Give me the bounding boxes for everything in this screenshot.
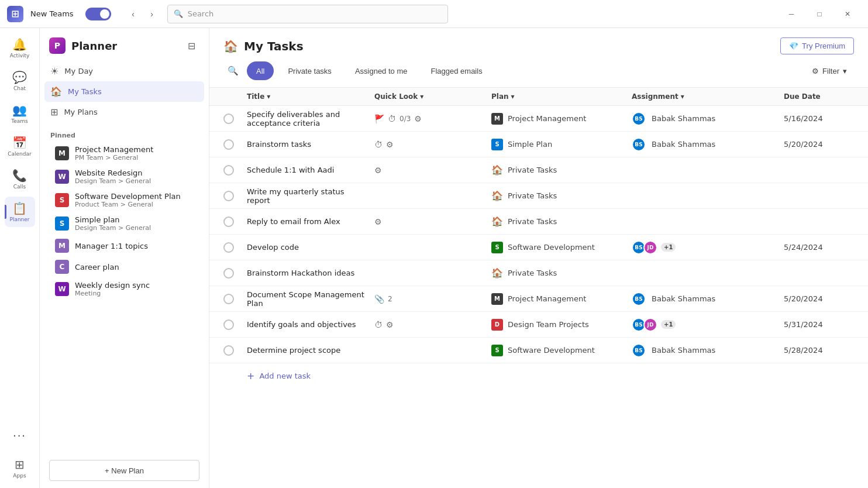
task-checkbox-4[interactable] — [223, 191, 234, 201]
col-plan[interactable]: Plan ▾ — [491, 92, 632, 101]
tab-all[interactable]: All — [247, 61, 274, 80]
settings-icon: ⚙ — [386, 140, 394, 149]
window-controls: ─ □ ✕ — [778, 5, 861, 23]
due-date-2: 5/20/2024 — [784, 140, 854, 149]
rail-item-chat[interactable]: 💬 Chat — [5, 66, 35, 96]
col-assignment[interactable]: Assignment ▾ — [632, 92, 784, 101]
new-teams-toggle[interactable] — [85, 8, 111, 20]
my-tasks-icon: 🏠 — [50, 86, 62, 97]
rail-item-teams[interactable]: 👥 Teams — [5, 98, 35, 129]
app-name: New Teams — [30, 9, 74, 18]
rail-item-planner[interactable]: 📋 Planner — [5, 197, 35, 227]
search-bar[interactable]: 🔍 Search — [167, 5, 448, 23]
task-checkbox-6[interactable] — [223, 242, 234, 253]
sidebar-item-my-tasks[interactable]: 🏠 My Tasks — [44, 81, 204, 102]
maximize-button[interactable]: □ — [806, 5, 833, 23]
close-button[interactable]: ✕ — [834, 5, 861, 23]
table-header: Title ▾ Quick Look ▾ Plan ▾ Assignment ▾… — [209, 88, 868, 106]
task-checkbox-5[interactable] — [223, 216, 234, 227]
col-quicklook[interactable]: Quick Look ▾ — [374, 92, 491, 101]
plan-icon-wds: W — [55, 282, 69, 296]
main-content: 🏠 My Tasks 💎 Try Premium 🔍 All Private t… — [209, 28, 868, 488]
private-icon-5: 🏠 — [491, 216, 503, 227]
apps-icon: ⊞ — [15, 458, 25, 472]
plan-icon-6: S — [491, 242, 503, 253]
assignee-name-1: Babak Shammas — [652, 114, 715, 123]
tab-flagged-emails[interactable]: Flagged emails — [421, 61, 491, 80]
plan-item-sp[interactable]: S Simple plan Design Team > General — [44, 212, 204, 235]
sidebar-item-my-plans[interactable]: ⊞ My Plans — [44, 102, 204, 122]
checklist-count: 0/3 — [399, 115, 411, 123]
attach-icon: 📎 — [374, 294, 384, 304]
plan-item-wr[interactable]: W Website Redesign Design Team > General — [44, 165, 204, 188]
col-title[interactable]: Title ▾ — [247, 92, 374, 101]
plan-cell-8: M Project Management — [491, 293, 632, 305]
table-row[interactable]: Schedule 1:1 with Aadi ⚙ 🏠 Private Tasks — [209, 157, 868, 183]
rail-item-more[interactable]: ··· — [5, 420, 35, 451]
new-plan-button[interactable]: + New Plan — [49, 460, 199, 481]
my-tasks-label: My Tasks — [68, 87, 102, 96]
filter-chevron-icon: ▾ — [843, 67, 847, 75]
due-date-1: 5/16/2024 — [784, 114, 854, 123]
try-premium-button[interactable]: 💎 Try Premium — [780, 37, 854, 54]
table-row[interactable]: Brainstorm tasks ⏱ ⚙ S Simple Plan BS Ba… — [209, 132, 868, 157]
task-checkbox-9[interactable] — [223, 319, 234, 330]
plan-name-4: Private Tasks — [508, 191, 557, 200]
minimize-button[interactable]: ─ — [778, 5, 805, 23]
filter-button[interactable]: ⚙ Filter ▾ — [805, 61, 854, 80]
task-title-2: Brainstorm tasks — [247, 140, 374, 149]
table-row[interactable]: Identify goals and objectives ⏱ ⚙ D Desi… — [209, 312, 868, 338]
plan-item-pm[interactable]: M Project Management PM Team > General — [44, 142, 204, 165]
page-title: My Tasks — [244, 39, 304, 53]
rail-item-apps[interactable]: ⊞ Apps — [5, 453, 35, 483]
task-checkbox-8[interactable] — [223, 294, 234, 304]
task-checkbox-7[interactable] — [223, 268, 234, 279]
timer-icon: ⏱ — [374, 320, 383, 329]
tab-assigned-to-me[interactable]: Assigned to me — [346, 61, 417, 80]
task-title-3: Schedule 1:1 with Aadi — [247, 166, 374, 174]
table-row[interactable]: Specify deliverables and acceptance crit… — [209, 106, 868, 132]
table-row[interactable]: Determine project scope S Software Devel… — [209, 338, 868, 363]
plan-info-m1: Manager 1:1 topics — [75, 242, 148, 250]
task-checkbox-10[interactable] — [223, 345, 234, 356]
calendar-icon: 📅 — [12, 136, 27, 150]
plan-name-cp: Career plan — [75, 263, 119, 272]
task-checkbox-3[interactable] — [223, 165, 234, 176]
table-row[interactable]: Document Scope Management Plan 📎 2 M Pro… — [209, 286, 868, 312]
filter-label: Filter — [822, 67, 839, 75]
assignment-cell-10: BS Babak Shammas — [632, 343, 784, 358]
plan-cell-2: S Simple Plan — [491, 139, 632, 150]
sidebar-item-my-day[interactable]: ☀ My Day — [44, 61, 204, 81]
avatar-10: BS — [632, 343, 646, 358]
plan-item-sdp[interactable]: S Software Development Plan Product Team… — [44, 188, 204, 212]
tab-private-tasks[interactable]: Private tasks — [278, 61, 340, 80]
task-checkbox-1[interactable] — [223, 114, 234, 124]
plan-sub-sdp: Product Team > General — [75, 201, 181, 208]
filter-search-button[interactable]: 🔍 — [223, 61, 242, 80]
avatar-1: BS — [632, 112, 646, 126]
sidebar-expand-button[interactable]: ⊟ — [183, 37, 199, 54]
my-day-icon: ☀ — [50, 66, 58, 77]
assignment-cell-6: BS JD +1 — [632, 240, 784, 255]
quick-look-8: 📎 2 — [374, 294, 491, 304]
table-row[interactable]: Brainstorm Hackathon ideas 🏠 Private Tas… — [209, 260, 868, 286]
plan-name-sp: Simple plan — [75, 215, 151, 224]
add-task-row[interactable]: + Add new task — [209, 363, 868, 389]
plan-item-wds[interactable]: W Weekly design sync Meeting — [44, 277, 204, 301]
rail-item-activity[interactable]: 🔔 Activity — [5, 33, 35, 63]
task-checkbox-2[interactable] — [223, 139, 234, 150]
rail-item-calls[interactable]: 📞 Calls — [5, 164, 35, 194]
assignee-name-10: Babak Shammas — [652, 346, 715, 355]
col-duedate[interactable]: Due Date — [784, 92, 854, 101]
table-row[interactable]: Reply to email from Alex ⚙ 🏠 Private Tas… — [209, 209, 868, 235]
plan-item-m1[interactable]: M Manager 1:1 topics — [44, 235, 204, 256]
quick-look-5: ⚙ — [374, 217, 491, 226]
filter-bar: 🔍 All Private tasks Assigned to me Flagg… — [209, 54, 868, 88]
rail-item-calendar[interactable]: 📅 Calendar — [5, 131, 35, 161]
table-row[interactable]: Write my quarterly status report 🏠 Priva… — [209, 183, 868, 209]
sidebar-nav: ☀ My Day 🏠 My Tasks ⊞ My Plans — [40, 59, 209, 125]
back-button[interactable]: ‹ — [125, 6, 142, 22]
table-row[interactable]: Develop code S Software Development BS J… — [209, 235, 868, 260]
forward-button[interactable]: › — [144, 6, 160, 22]
plan-item-cp[interactable]: C Career plan — [44, 256, 204, 277]
